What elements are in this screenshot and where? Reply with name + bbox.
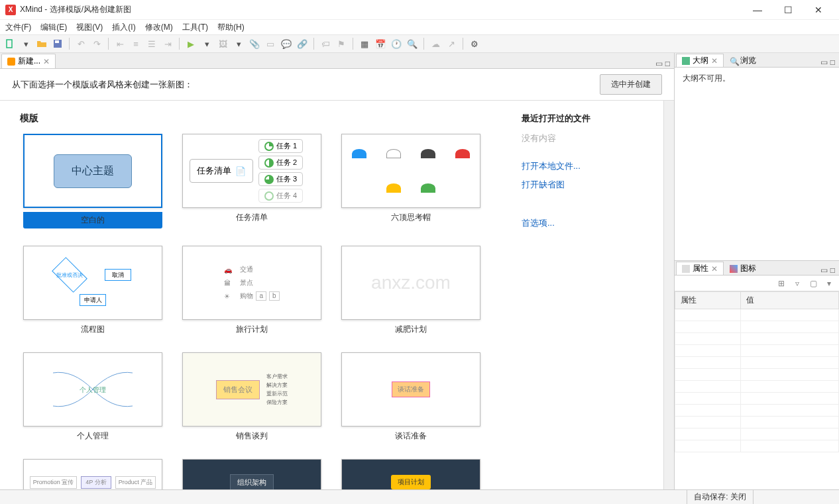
titlebar: X XMind - 选择模版/风格创建新图 ― ☐ ✕ [0,0,839,20]
export-icon[interactable]: ↗ [444,36,459,51]
template-label: 谈话准备 [395,430,427,442]
undo-icon[interactable]: ↶ [74,36,88,51]
separator [463,38,463,50]
more-icon[interactable]: ▾ [823,277,835,289]
minimize-icon[interactable]: ▭ [820,58,828,67]
dropdown-icon[interactable]: ▾ [231,36,246,51]
instruction-row: 从下面选择一个模版或者风格来创建一张新图： 选中并创建 [0,69,674,101]
recent-empty: 没有内容 [522,132,653,144]
col-property[interactable]: 属性 [675,292,741,309]
tab-close-icon[interactable]: ✕ [43,57,50,66]
clock-icon[interactable]: 🕐 [389,36,404,51]
menu-help[interactable]: 帮助(H) [217,22,245,33]
menu-edit[interactable]: 编辑(E) [40,22,67,33]
redo-icon[interactable]: ↷ [89,36,104,51]
table-row [675,393,839,405]
tab-properties[interactable]: 属性 ✕ [676,262,724,275]
table-row [675,369,839,381]
template-sales[interactable]: 销售会议 客户需求 解决方案 重新示范 保险方案 销售谈判 [179,352,325,442]
minimize-button[interactable]: ― [742,0,773,20]
properties-tabbar: 属性 ✕ 图标 ▭□ [675,261,839,276]
note-icon[interactable]: ▭ [263,36,278,51]
separator [69,38,70,50]
preferences-link[interactable]: 首选项... [522,217,653,229]
template-personal[interactable]: 个人管理 个人管理 [20,352,166,442]
attachment-icon[interactable]: 📎 [247,36,262,51]
tab-label: 新建... [18,56,40,67]
recent-heading: 最近打开过的文件 [522,113,653,125]
template-flowchart[interactable]: 批准或否决 取消 申请人 流程图 [20,246,166,335]
template-label: 旅行计划 [236,324,268,335]
cloud-up-icon[interactable]: ☁ [428,36,443,51]
align-icon[interactable]: ☰ [144,36,159,51]
image-icon[interactable]: 🖼 [215,36,230,51]
maximize-icon[interactable]: □ [830,266,835,275]
minimize-icon[interactable]: ▭ [820,266,828,275]
tag-icon[interactable]: 🏷 [318,36,333,51]
menu-view[interactable]: 视图(V) [76,22,103,33]
indent-icon[interactable]: ⇥ [160,36,175,51]
list-icon[interactable]: ≡ [129,36,143,51]
settings-icon[interactable]: ⚙ [467,36,482,51]
template-org[interactable]: 组织架构 [179,459,325,489]
document-tabbar: 新建... ✕ ▭ □ [0,53,674,69]
save-icon[interactable] [50,36,65,51]
template-talk[interactable]: 谈话准备 谈话准备 [338,352,484,442]
dropdown-icon[interactable]: ▾ [19,36,33,51]
table-icon [682,265,690,273]
zoom-icon[interactable]: 🔍 [405,36,420,51]
template-blank[interactable]: 中心主题 空白的 [20,134,166,228]
new-file-icon[interactable] [3,36,17,51]
separator [108,38,109,50]
menu-insert[interactable]: 插入(I) [112,22,135,33]
tree-icon[interactable]: ⊞ [775,277,787,289]
template-tasklist[interactable]: 任务清单📄 任务 1 任务 2 任务 3 任务 4 任务清单 [179,134,325,228]
center-node: 中心主题 [54,154,132,188]
open-folder-icon[interactable] [34,36,49,51]
table-row [675,345,839,357]
close-icon[interactable]: ✕ [711,56,718,66]
flag-icon[interactable]: ⚑ [334,36,349,51]
template-sixhats[interactable]: 六顶思考帽 [338,134,484,228]
menu-tools[interactable]: 工具(T) [182,22,208,33]
tab-outline[interactable]: 大纲 ✕ [676,54,724,67]
comment-icon[interactable]: 💬 [279,36,294,51]
menu-file[interactable]: 文件(F) [5,22,31,33]
table-row [675,357,839,369]
menu-modify[interactable]: 修改(M) [145,22,173,33]
document-icon [7,58,15,66]
open-local-link[interactable]: 打开本地文件... [522,160,653,172]
svg-rect-0 [7,40,12,48]
properties-table: 属性值 [675,291,839,489]
col-value[interactable]: 值 [740,292,838,309]
outline-icon [682,57,690,65]
close-button[interactable]: ✕ [803,0,834,20]
tab-icons[interactable]: 图标 [724,262,762,275]
template-4p[interactable]: Promotion 宣传 4P 分析 Product 产品 [20,459,166,489]
dropdown-icon[interactable]: ▾ [199,36,214,51]
tab-new[interactable]: 新建... ✕ [1,54,56,68]
maximize-view-icon[interactable]: □ [665,59,670,68]
link-icon[interactable]: 🔗 [295,36,309,51]
watermark: anxz.com [371,272,451,293]
add-icon[interactable]: ▢ [807,277,819,289]
filter-icon[interactable]: ▿ [791,277,803,289]
template-diet[interactable]: anxz.com 减肥计划 [338,246,484,335]
grid-icon[interactable]: ▦ [357,36,372,51]
close-icon[interactable]: ✕ [711,264,718,274]
tab-browse[interactable]: 🔍 浏览 [724,54,762,67]
open-default-link[interactable]: 打开缺省图 [522,179,653,191]
calendar-icon[interactable]: 📅 [373,36,388,51]
minimize-view-icon[interactable]: ▭ [655,59,663,68]
maximize-icon[interactable]: □ [830,58,835,67]
template-project[interactable]: 项目计划 [338,459,484,489]
maximize-button[interactable]: ☐ [773,0,803,20]
table-row [675,321,839,333]
create-button[interactable]: 选中并创建 [600,74,662,95]
template-label: 个人管理 [77,430,109,442]
outdent-icon[interactable]: ⇤ [113,36,127,51]
template-travel[interactable]: 🚗交通 🏛景点 ☀购物ab 旅行计划 [179,246,325,335]
scrollbar[interactable] [663,101,674,489]
play-icon[interactable]: ▶ [184,36,198,51]
autosave-status: 自动保存: 关闭 [687,490,753,504]
